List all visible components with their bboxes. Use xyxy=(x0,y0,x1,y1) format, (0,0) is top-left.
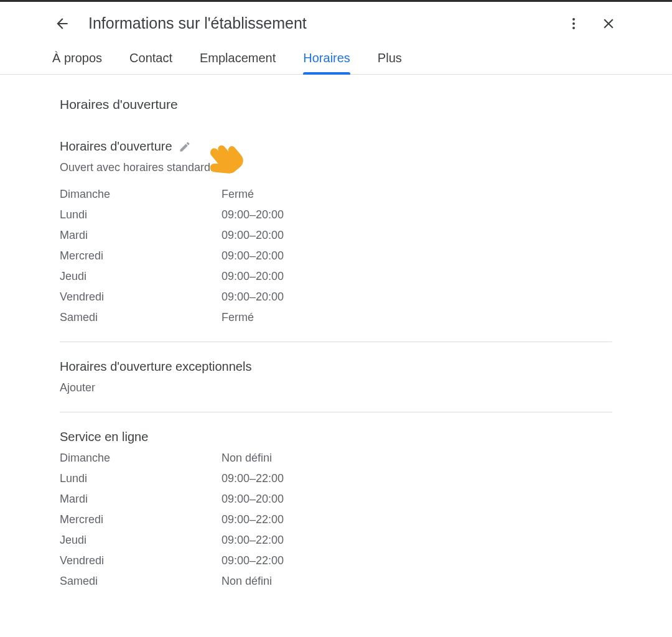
day-label: Mercredi xyxy=(60,513,222,526)
day-label: Samedi xyxy=(60,311,222,324)
pencil-icon xyxy=(179,141,191,153)
arrow-left-icon xyxy=(54,16,70,32)
header-actions xyxy=(565,15,617,32)
hours-value: 09:00–20:00 xyxy=(222,291,612,304)
tab-bar: À propos Contact Emplacement Horaires Pl… xyxy=(0,47,672,75)
day-label: Jeudi xyxy=(60,270,222,283)
opening-hours-title: Horaires d'ouverture xyxy=(60,139,172,154)
opening-hours-title-row: Horaires d'ouverture xyxy=(60,139,612,154)
day-label: Dimanche xyxy=(60,452,222,465)
svg-point-0 xyxy=(572,18,575,21)
tab-about[interactable]: À propos xyxy=(52,47,102,74)
svg-point-1 xyxy=(572,22,575,25)
exceptional-hours-title: Horaires d'ouverture exceptionnels xyxy=(60,360,251,374)
svg-point-2 xyxy=(572,27,575,29)
back-button[interactable] xyxy=(54,15,71,32)
tab-more[interactable]: Plus xyxy=(378,47,402,74)
hours-value: 09:00–22:00 xyxy=(222,513,612,526)
online-service-title: Service en ligne xyxy=(60,430,148,444)
exceptional-hours-section: Horaires d'ouverture exceptionnels Ajout… xyxy=(60,360,612,412)
opening-hours-section: Horaires d'ouverture Ouvert avec horaire… xyxy=(60,139,612,342)
hours-value: 09:00–20:00 xyxy=(222,270,612,283)
opening-hours-grid: Dimanche Fermé Lundi 09:00–20:00 Mardi 0… xyxy=(60,188,612,324)
hours-value: 09:00–20:00 xyxy=(222,493,612,506)
more-menu-button[interactable] xyxy=(565,15,582,32)
hours-value: 09:00–20:00 xyxy=(222,249,612,263)
tab-contact[interactable]: Contact xyxy=(129,47,172,74)
dialog-header: Informations sur l'établissement xyxy=(0,2,672,47)
close-button[interactable] xyxy=(600,15,617,32)
exceptional-hours-title-row: Horaires d'ouverture exceptionnels xyxy=(60,360,612,374)
hours-value: 09:00–22:00 xyxy=(222,472,612,485)
hours-value: Non défini xyxy=(222,575,612,588)
online-service-section: Service en ligne Dimanche Non défini Lun… xyxy=(60,430,612,605)
more-vertical-icon xyxy=(566,16,581,31)
page-title: Horaires d'ouverture xyxy=(60,97,612,112)
hours-value: Fermé xyxy=(222,311,612,324)
online-service-grid: Dimanche Non défini Lundi 09:00–22:00 Ma… xyxy=(60,452,612,588)
day-label: Mardi xyxy=(60,493,222,506)
edit-opening-hours-button[interactable] xyxy=(179,141,191,153)
content-area: Horaires d'ouverture Horaires d'ouvertur… xyxy=(0,75,672,605)
opening-hours-status: Ouvert avec horaires standards xyxy=(60,161,612,174)
close-icon xyxy=(600,16,617,32)
hours-value: Non défini xyxy=(222,452,612,465)
day-label: Vendredi xyxy=(60,291,222,304)
day-label: Jeudi xyxy=(60,534,222,547)
tab-hours[interactable]: Horaires xyxy=(303,47,350,74)
day-label: Vendredi xyxy=(60,554,222,567)
day-label: Mercredi xyxy=(60,249,222,263)
day-label: Dimanche xyxy=(60,188,222,201)
hours-value: 09:00–22:00 xyxy=(222,554,612,567)
business-info-dialog: Informations sur l'établissement À propo… xyxy=(0,0,672,605)
day-label: Lundi xyxy=(60,208,222,221)
online-service-title-row: Service en ligne xyxy=(60,430,612,444)
dialog-title: Informations sur l'établissement xyxy=(88,14,565,32)
day-label: Samedi xyxy=(60,575,222,588)
hours-value: 09:00–20:00 xyxy=(222,229,612,242)
day-label: Mardi xyxy=(60,229,222,242)
day-label: Lundi xyxy=(60,472,222,485)
add-exceptional-hours-link[interactable]: Ajouter xyxy=(60,381,612,394)
hours-value: Fermé xyxy=(222,188,612,201)
hours-value: 09:00–20:00 xyxy=(222,208,612,221)
tab-location[interactable]: Emplacement xyxy=(200,47,276,74)
hours-value: 09:00–22:00 xyxy=(222,534,612,547)
